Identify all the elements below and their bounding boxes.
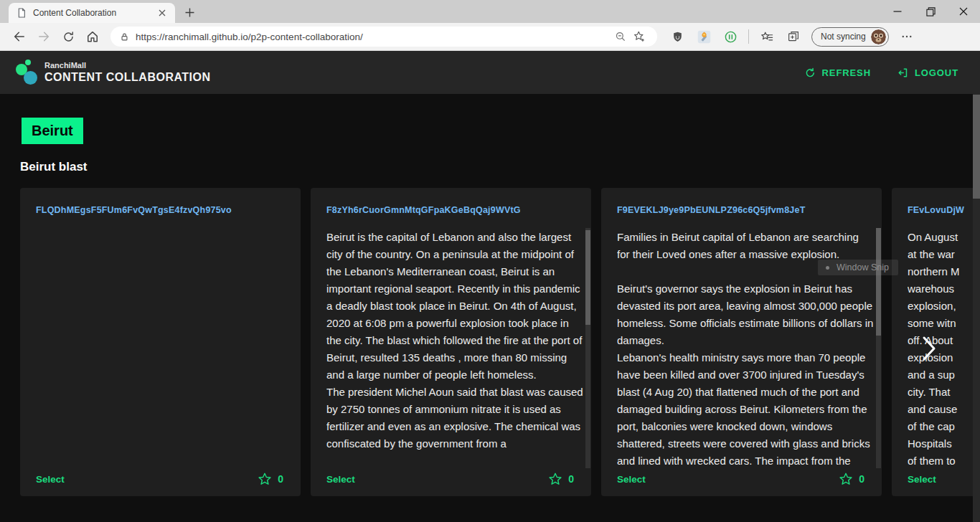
select-button[interactable]: Select (36, 474, 65, 485)
sync-status-label: Not syncing (821, 32, 866, 42)
star-count: 0 (859, 473, 864, 485)
new-tab-icon[interactable] (182, 5, 197, 19)
tab-title: Content Collaboration (33, 8, 155, 18)
star-count: 0 (568, 473, 574, 485)
page-favicon-icon (16, 7, 27, 19)
star-icon (839, 472, 853, 486)
profile-avatar (871, 29, 886, 44)
select-button[interactable]: Select (617, 474, 646, 485)
content-id-link[interactable]: F9EVEKLJ9ye9PbEUNLPZ96c6Q5jfvm8JeT (617, 205, 805, 215)
zoom-out-icon[interactable] (611, 27, 630, 46)
minimize-icon[interactable] (881, 0, 914, 23)
add-favorite-icon[interactable] (630, 27, 649, 46)
browser-toolbar: https://ranchimall.github.io/p2p-content… (0, 23, 980, 51)
window-snip-tooltip: Window Snip (818, 260, 898, 275)
app-title: CONTENT COLLABORATION (44, 70, 211, 84)
collections-icon[interactable] (785, 28, 802, 45)
content-id-link[interactable]: FLQDhMEgsF5FUm6FvQwTgsE4fzvQh975vo (36, 205, 232, 215)
snip-label: Window Snip (837, 262, 889, 272)
adblock-extension-icon[interactable] (669, 28, 686, 45)
card-scrollbar-thumb[interactable] (585, 230, 590, 325)
pause-extension-icon[interactable] (722, 28, 739, 45)
topic-badge: Beirut (22, 118, 83, 144)
page-subtitle: Beirut blast (20, 160, 88, 174)
star-icon (258, 472, 272, 486)
content-card: F8zYh6rCuorGmnMtqGFpaKGeBqQaj9WVtG Beiru… (311, 188, 591, 496)
home-icon[interactable] (80, 26, 105, 47)
refresh-label: REFRESH (822, 67, 871, 78)
browser-tab[interactable]: Content Collaboration (9, 3, 175, 23)
address-bar[interactable]: https://ranchimall.github.io/p2p-content… (110, 27, 657, 47)
ranchimall-logo (16, 59, 39, 86)
star-icon (548, 472, 562, 486)
select-button[interactable]: Select (908, 474, 936, 485)
close-icon[interactable] (947, 0, 980, 23)
brand-block: RanchiMall CONTENT COLLABORATION (44, 61, 211, 84)
more-menu-icon[interactable] (898, 28, 915, 45)
content-text (36, 229, 293, 470)
toolbar-extensions: Not syncing (669, 27, 915, 47)
snip-dot-icon (826, 266, 829, 270)
brand-name: RanchiMall (44, 61, 211, 70)
logout-button[interactable]: LOGOUT (897, 67, 958, 79)
content-id-link[interactable]: F8zYh6rCuorGmnMtqGFpaKGeBqQaj9WVtG (326, 205, 521, 215)
app-header: RanchiMall CONTENT COLLABORATION REFRESH… (0, 51, 980, 94)
star-vote-button[interactable]: 0 (258, 472, 283, 486)
card-scrollbar-thumb[interactable] (876, 228, 881, 336)
content-card: FLQDhMEgsF5FUm6FvQwTgsE4fzvQh975vo Selec… (20, 188, 301, 496)
refresh-icon[interactable] (56, 26, 80, 47)
torch-extension-icon[interactable] (695, 28, 712, 45)
refresh-button[interactable]: REFRESH (804, 67, 871, 79)
page-scrollbar-thumb[interactable] (973, 95, 980, 199)
forward-icon[interactable] (32, 26, 56, 47)
restore-icon[interactable] (914, 0, 947, 23)
back-icon[interactable] (7, 26, 32, 47)
logout-label: LOGOUT (915, 67, 958, 78)
url-text[interactable]: https://ranchimall.github.io/p2p-content… (136, 32, 611, 42)
favorites-bar-icon[interactable] (758, 28, 776, 45)
star-count: 0 (278, 473, 283, 485)
content-card: F9EVEKLJ9ye9PbEUNLPZ96c6Q5jfvm8JeT Famil… (601, 188, 882, 496)
browser-titlebar: Content Collaboration (0, 0, 980, 23)
toolbar-divider (748, 29, 749, 44)
main-content: Beirut Beirut blast FLQDhMEgsF5FUm6FvQwT… (0, 94, 980, 522)
page-scrollbar[interactable] (973, 94, 980, 522)
content-id-link[interactable]: FEvLovuDjW (908, 205, 964, 215)
star-vote-button[interactable]: 0 (839, 472, 864, 486)
window-controls (881, 0, 980, 23)
browser-window: Content Collaboration (0, 0, 980, 522)
next-arrow-icon[interactable] (919, 335, 939, 365)
tab-close-icon[interactable] (155, 6, 169, 20)
star-vote-button[interactable]: 0 (548, 472, 574, 486)
card-scrollbar[interactable] (585, 228, 590, 468)
content-text: Beirut is the capital of Lebanon and als… (326, 229, 583, 470)
profile-button[interactable]: Not syncing (811, 27, 889, 47)
select-button[interactable]: Select (326, 474, 355, 485)
content-cards-row: FLQDhMEgsF5FUm6FvQwTgsE4fzvQh975vo Selec… (20, 188, 980, 496)
lock-icon[interactable] (119, 32, 130, 42)
